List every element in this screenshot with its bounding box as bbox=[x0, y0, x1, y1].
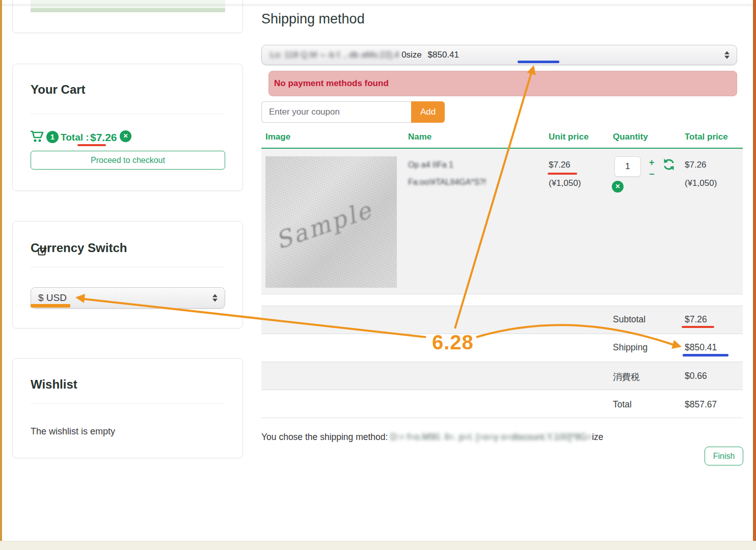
sample-watermark: Sample bbox=[272, 196, 376, 255]
your-cart-card: Your Cart 1 Total : $7.26 ✕ Proceed to c… bbox=[12, 64, 243, 191]
shipping-label: Shipping bbox=[613, 342, 647, 353]
chosen-prefix: You chose the shipping method: bbox=[261, 432, 388, 442]
shipping-option-obscured-text: Lo: 118 Q.M ¬ -b f. , db aMs:22].4 bbox=[270, 50, 399, 60]
red-underline-subtotal bbox=[682, 326, 714, 328]
divider bbox=[261, 362, 743, 362]
shipping-option-price: $850.41 bbox=[428, 50, 459, 60]
chosen-obscured: D:= f=o.M90. Il=. p=l. [=o=y o=discount.… bbox=[390, 432, 592, 442]
quantity-input[interactable] bbox=[614, 156, 641, 177]
orange-underline-usd bbox=[31, 304, 70, 308]
divider bbox=[261, 418, 743, 418]
coupon-add-button[interactable]: Add bbox=[411, 101, 445, 123]
divider bbox=[261, 294, 743, 294]
col-header-quantity: Quantity bbox=[613, 132, 648, 142]
divider bbox=[261, 390, 743, 390]
wishlist-empty-text: The wishlist is empty bbox=[31, 426, 115, 437]
divider bbox=[31, 267, 224, 267]
tax-label: 消費税 bbox=[613, 371, 640, 383]
edit-icon[interactable] bbox=[37, 246, 47, 258]
top-shadow bbox=[0, 4, 756, 7]
wishlist-card: Wishlist The wishlist is empty bbox=[12, 358, 243, 458]
total-price: $7.26 bbox=[685, 160, 707, 170]
currency-selected-value: $ USD bbox=[31, 292, 67, 304]
divider bbox=[261, 334, 743, 334]
footer-bar bbox=[0, 541, 756, 550]
quantity-plus-icon[interactable]: + bbox=[649, 158, 655, 167]
cart-title: Your Cart bbox=[31, 82, 86, 97]
subtotal-label: Subtotal bbox=[613, 314, 645, 325]
frame-right bbox=[753, 0, 756, 541]
cart-total-value: $7.26 bbox=[90, 131, 117, 144]
currency-switch-card: Currency Switch $ USD bbox=[12, 221, 243, 328]
shipping-value: $850.41 bbox=[685, 342, 717, 353]
unit-price: $7.26 bbox=[549, 160, 571, 170]
no-payment-alert: No payment methods found bbox=[268, 71, 737, 96]
blue-underline-select-price bbox=[518, 61, 559, 63]
tax-value: $0.66 bbox=[685, 371, 707, 381]
annotation-number: 6.28 bbox=[432, 331, 474, 354]
frame-left bbox=[0, 0, 2, 541]
cart-count-badge: 1 bbox=[46, 131, 59, 143]
page-title: Shipping method bbox=[261, 11, 365, 27]
shipping-option-suffix: 0size bbox=[401, 50, 422, 60]
col-header-image: Image bbox=[265, 132, 290, 142]
divider bbox=[31, 403, 224, 404]
product-name-line2[interactable]: Fa:oo!#TALII4GA*S?! bbox=[408, 178, 487, 187]
wishlist-title: Wishlist bbox=[31, 377, 77, 392]
col-header-unit-price: Unit price bbox=[549, 132, 588, 142]
product-name-line1[interactable]: Op a4 IIFa 1 bbox=[408, 160, 453, 170]
unit-price-yen: (¥1,050) bbox=[549, 178, 581, 188]
red-underline-cart-total bbox=[77, 144, 106, 146]
subtotal-value: $7.26 bbox=[685, 314, 707, 325]
total-label: Total bbox=[613, 399, 632, 410]
cart-total-label: Total : bbox=[61, 132, 89, 143]
coupon-input[interactable] bbox=[261, 101, 411, 123]
total-price-yen: (¥1,050) bbox=[685, 178, 717, 188]
blue-underline-shipping bbox=[683, 354, 728, 356]
summary-row-subtotal bbox=[261, 306, 743, 334]
chevron-updown-icon bbox=[212, 294, 218, 302]
shipping-method-select[interactable]: Lo: 118 Q.M ¬ -b f. , db aMs:22].4 0size… bbox=[261, 45, 737, 65]
divider bbox=[261, 306, 743, 306]
total-value: $857.67 bbox=[685, 399, 717, 410]
finish-button[interactable]: Finish bbox=[705, 447, 743, 465]
chevron-updown-icon bbox=[724, 51, 730, 59]
summary-row-tax bbox=[261, 362, 743, 390]
divider bbox=[31, 114, 224, 114]
proceed-to-checkout-button[interactable]: Proceed to checkout bbox=[31, 151, 225, 170]
col-header-name: Name bbox=[408, 132, 431, 142]
remove-item-icon[interactable]: ✕ bbox=[612, 181, 624, 193]
checkout-page: Your Cart 1 Total : $7.26 ✕ Proceed to c… bbox=[0, 0, 756, 550]
red-underline-unit-price bbox=[548, 173, 577, 175]
cart-icon bbox=[30, 130, 45, 145]
clear-cart-icon[interactable]: ✕ bbox=[120, 130, 131, 142]
chosen-shipping-text: You chose the shipping method: D:= f=o.M… bbox=[261, 432, 603, 443]
alert-text: No payment methods found bbox=[274, 78, 389, 89]
product-image: Sample bbox=[265, 156, 397, 288]
chosen-suffix: ize bbox=[592, 432, 603, 442]
col-header-total-price: Total price bbox=[685, 132, 728, 142]
refresh-icon[interactable] bbox=[662, 158, 676, 173]
quantity-minus-icon[interactable]: − bbox=[649, 170, 655, 179]
